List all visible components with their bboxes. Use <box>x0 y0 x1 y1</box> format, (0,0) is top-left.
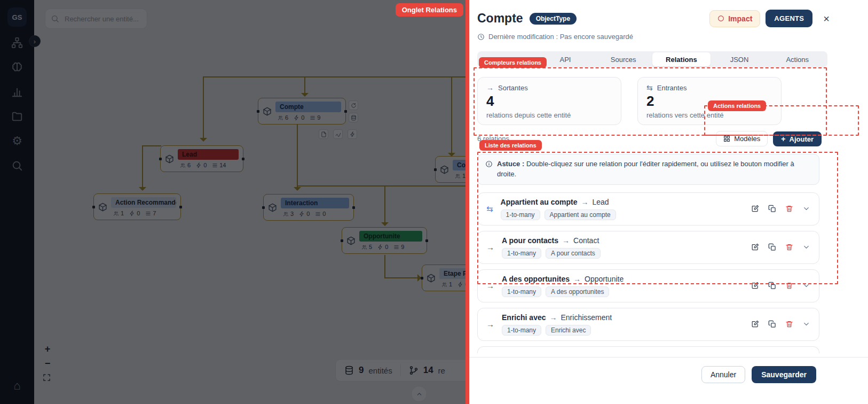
cube-icon <box>346 236 356 245</box>
node-title: Opportunite <box>359 231 422 242</box>
collapse-panel-button[interactable] <box>411 386 427 402</box>
home-icon[interactable]: ⌂ <box>9 377 26 394</box>
counter-label: Entrantes <box>657 84 687 92</box>
entity-detail-panel: Compte ObjectType Impact AGENTS × Derniè… <box>469 0 868 404</box>
relation-tag: A des opportunites <box>546 286 609 297</box>
brain-icon[interactable] <box>9 59 26 76</box>
chart-icon[interactable] <box>9 83 26 100</box>
tab-json[interactable]: JSON <box>711 52 769 66</box>
copy-icon[interactable] <box>768 320 776 328</box>
divider <box>400 364 401 376</box>
node-lead[interactable]: Lead 6 0 14 <box>160 145 243 172</box>
relation-target: Opportunite <box>585 275 624 283</box>
relation-name: Appartient au compte <box>501 198 578 206</box>
bolt-stat: 0 <box>294 114 304 121</box>
people-stat: 6 <box>278 114 288 121</box>
cube-icon <box>440 165 449 174</box>
fit-screen-button[interactable] <box>43 374 52 383</box>
cube-icon <box>427 274 436 283</box>
node-action-recommandee[interactable]: Action Recommandee 1 0 7 <box>93 193 181 220</box>
search-nav-icon[interactable] <box>9 157 26 174</box>
node-interaction[interactable]: Interaction 3 0 0 <box>263 194 354 221</box>
people-stat: 1 <box>113 210 124 216</box>
cardinality-badge: 1-to-many <box>501 209 540 220</box>
close-icon[interactable]: × <box>822 12 831 25</box>
arrow-right-icon: → <box>486 243 494 252</box>
copy-icon[interactable] <box>768 205 776 213</box>
curve-icon[interactable] <box>333 129 343 139</box>
node-contact[interactable]: Con 1 <box>435 156 465 183</box>
node-compte[interactable]: Compte 6 0 9 <box>258 98 346 125</box>
relation-target: Contact <box>573 236 599 245</box>
add-relation-button[interactable]: +Ajouter <box>773 131 822 146</box>
trash-icon[interactable] <box>785 282 793 290</box>
trash-icon[interactable] <box>785 205 793 213</box>
cardinality-badge: 1-to-many <box>502 325 541 336</box>
edge-arrow <box>139 187 146 191</box>
sidebar: GS ⚙ ⌂ <box>0 0 34 404</box>
file-icon[interactable] <box>319 129 328 139</box>
avatar[interactable]: GS <box>7 7 27 27</box>
arrow-right-icon: → <box>562 236 570 245</box>
relation-target: Enrichissement <box>561 313 612 322</box>
arrow-right-icon: → <box>581 198 588 206</box>
sidebar-expander-button[interactable]: › <box>29 35 41 47</box>
tab-actions[interactable]: Actions <box>768 52 826 66</box>
agents-button[interactable]: AGENTS <box>766 10 812 27</box>
annotation-panel-highlight-line <box>465 0 469 404</box>
edit-icon[interactable] <box>751 205 759 213</box>
cube-icon <box>263 107 272 116</box>
relation-row[interactable]: ⇆ Appartient au compte→Lead 1-to-manyApp… <box>477 192 819 226</box>
app-root: { "colors": { "annotation_red": "#e8453c… <box>0 0 868 404</box>
refresh-icon[interactable] <box>349 100 358 110</box>
cancel-button[interactable]: Annuler <box>701 366 745 383</box>
arrow-right-icon: → <box>486 83 494 92</box>
copy-icon[interactable] <box>768 243 776 251</box>
page-title: Compte <box>477 11 523 26</box>
database-icon[interactable] <box>349 113 358 122</box>
entities-label: entités <box>368 366 392 375</box>
tab-api[interactable]: API <box>536 52 595 66</box>
edge-arrow <box>200 138 207 142</box>
cardinality-badge: 1-to-many <box>502 286 541 297</box>
edit-icon[interactable] <box>751 243 759 251</box>
templates-button[interactable]: Modèles <box>716 131 768 146</box>
edit-icon[interactable] <box>751 282 759 290</box>
tab-sources[interactable]: Sources <box>594 52 652 66</box>
copy-icon[interactable] <box>768 282 776 290</box>
trash-icon[interactable] <box>785 243 793 251</box>
trash-icon[interactable] <box>785 320 793 328</box>
zoom-in-button[interactable]: + <box>43 345 52 354</box>
chevron-down-icon[interactable] <box>802 243 810 251</box>
chevron-down-icon[interactable] <box>802 320 810 328</box>
relation-row[interactable]: → A des opportunites→Opportunite 1-to-ma… <box>477 269 819 302</box>
tab-bar: API Sources Relations JSON Actions <box>477 51 827 67</box>
gear-icon[interactable]: ⚙ <box>9 133 26 150</box>
relation-row[interactable]: → Enrichi avec→Enrichissement 1-to-manyE… <box>477 308 819 341</box>
relation-row-partial[interactable] <box>477 346 819 353</box>
folder-icon[interactable] <box>9 108 26 125</box>
search-input[interactable] <box>64 14 141 24</box>
panel-footer: Annuler Sauvegarder <box>469 357 868 404</box>
git-branch-icon <box>409 366 419 375</box>
counter-desc: relations vers cette entité <box>646 111 772 119</box>
edit-icon[interactable] <box>751 320 759 328</box>
chevron-down-icon[interactable] <box>802 205 810 213</box>
people-stat: 1 <box>441 281 452 288</box>
node-etape-pipeline[interactable]: Etape Pip 1 0 <box>422 265 465 291</box>
save-button[interactable]: Sauvegarder <box>752 366 816 383</box>
zoom-out-button[interactable]: − <box>43 359 52 369</box>
tab-hidden-slot[interactable] <box>478 52 536 66</box>
arrow-right-icon: → <box>550 313 557 322</box>
node-opportunite[interactable]: Opportunite 5 0 9 <box>342 227 427 254</box>
relation-name: A pour contacts <box>502 236 558 245</box>
bolt-icon[interactable] <box>348 129 357 139</box>
impact-button[interactable]: Impact <box>709 10 760 27</box>
tab-relations[interactable]: Relations <box>652 52 711 66</box>
dim-overlay <box>0 0 465 404</box>
outgoing-counter-card: →Sortantes 4 relations depuis cette enti… <box>477 77 621 125</box>
hierarchy-icon[interactable] <box>9 34 26 51</box>
chevron-down-icon[interactable] <box>802 282 810 290</box>
relation-row[interactable]: → A pour contacts→Contact 1-to-manyA pou… <box>477 231 819 264</box>
edge-arrow <box>301 93 309 97</box>
